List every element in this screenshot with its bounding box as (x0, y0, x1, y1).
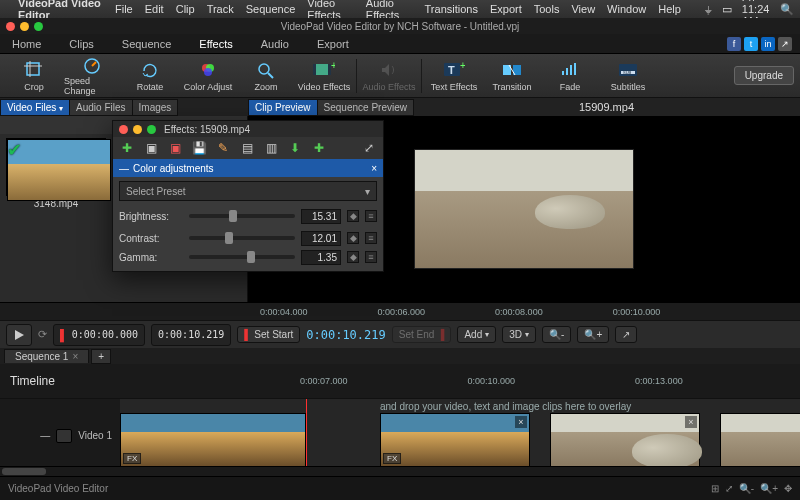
fx-edit-icon[interactable]: ✎ (215, 140, 231, 156)
video-track-lane[interactable]: and drop your video, text and image clip… (120, 399, 800, 472)
zoom-button[interactable]: Zoom (238, 56, 294, 96)
menu-window[interactable]: Window (607, 3, 646, 15)
track-visibility-icon[interactable] (56, 429, 72, 443)
track-collapse-icon[interactable]: — (40, 430, 50, 441)
menu-icon[interactable]: ≡ (365, 251, 377, 263)
menu-view[interactable]: View (571, 3, 595, 15)
timeline-clip-2[interactable]: FX× (380, 413, 530, 467)
menu-clip[interactable]: Clip (176, 3, 195, 15)
fx-section-close-icon[interactable]: × (371, 163, 377, 174)
keyframe-icon[interactable]: ◆ (347, 251, 359, 263)
brightness-value[interactable]: 15.31 (301, 209, 341, 224)
tab-effects[interactable]: Effects (195, 35, 236, 53)
zoom-in-footer-icon[interactable]: 🔍+ (760, 483, 778, 494)
fx-expand-icon[interactable]: ⤢ (361, 140, 377, 156)
tab-clips[interactable]: Clips (65, 35, 97, 53)
play-button[interactable] (6, 324, 32, 346)
bin-tab-video[interactable]: Video Files ▾ (0, 99, 70, 116)
fx-copy-icon[interactable]: ▤ (239, 140, 255, 156)
zoom-window-icon[interactable] (34, 22, 43, 31)
loop-icon[interactable]: ⟳ (38, 328, 47, 341)
zoom-in-icon[interactable]: 🔍+ (577, 326, 609, 343)
twitter-icon[interactable]: t (744, 37, 758, 51)
menu-sequence[interactable]: Sequence (246, 3, 296, 15)
menu-help[interactable]: Help (658, 3, 681, 15)
close-window-icon[interactable] (6, 22, 15, 31)
speed-change-button[interactable]: Speed Change (64, 56, 120, 96)
fx-add-icon[interactable]: ✚ (119, 140, 135, 156)
zoom-out-footer-icon[interactable]: 🔍- (739, 483, 754, 494)
fx-down-icon[interactable]: ⬇ (287, 140, 303, 156)
spotlight-icon[interactable]: 🔍 (780, 3, 794, 16)
set-start-button[interactable]: ▌Set Start (237, 326, 300, 343)
timeline-zoom-scrollbar[interactable] (0, 466, 800, 476)
fx-section-header[interactable]: —Color adjustments × (113, 159, 383, 177)
preview-ruler[interactable]: 0:00:04.000 0:00:06.000 0:00:08.000 0:00… (0, 302, 800, 320)
fx-zoom-icon[interactable] (147, 125, 156, 134)
text-effects-button[interactable]: T+Text Effects (426, 56, 482, 96)
fade-button[interactable]: Fade (542, 56, 598, 96)
battery-icon[interactable]: ▭ (722, 3, 732, 16)
wifi-icon[interactable]: ⏚ (705, 3, 712, 15)
fx-close-icon[interactable] (119, 125, 128, 134)
timeline-clip-3[interactable]: × (550, 413, 700, 467)
rotate-button[interactable]: Rotate (122, 56, 178, 96)
detach-icon[interactable]: ↗ (615, 326, 637, 343)
preview-tab-clip[interactable]: Clip Preview (248, 99, 318, 116)
timeline-clip-4[interactable]: × (720, 413, 800, 467)
color-adjust-button[interactable]: Color Adjust (180, 56, 236, 96)
snap-icon[interactable]: ⊞ (711, 483, 719, 494)
tab-sequence[interactable]: Sequence (118, 35, 176, 53)
sequence-tab-1[interactable]: Sequence 1× (4, 349, 89, 363)
fx-up-icon[interactable]: ✚ (311, 140, 327, 156)
facebook-icon[interactable]: f (727, 37, 741, 51)
tab-audio[interactable]: Audio (257, 35, 293, 53)
menu-edit[interactable]: Edit (145, 3, 164, 15)
share-icon[interactable]: ↗ (778, 37, 792, 51)
settings-icon[interactable]: ✥ (784, 483, 792, 494)
effects-window[interactable]: ✔ Effects: 15909.mp4 ✚ ▣ ▣ 💾 ✎ ▤ ▥ ⬇ ✚ ⤢… (112, 120, 384, 272)
timeline-clip-1[interactable]: FX (120, 413, 306, 467)
subtitles-button[interactable]: SUBSubtitles (600, 56, 656, 96)
crop-button[interactable]: Crop (6, 56, 62, 96)
bin-tab-audio[interactable]: Audio Files (69, 99, 132, 116)
clip-close-icon[interactable]: × (685, 416, 697, 428)
gamma-value[interactable]: 1.35 (301, 250, 341, 265)
keyframe-icon[interactable]: ◆ (347, 210, 359, 222)
contrast-slider[interactable] (189, 236, 295, 240)
zoom-out-icon[interactable]: 🔍- (542, 326, 571, 343)
linkedin-icon[interactable]: in (761, 37, 775, 51)
3d-button[interactable]: 3D ▾ (502, 326, 536, 343)
fx-mask-icon[interactable]: ▣ (143, 140, 159, 156)
add-sequence-button[interactable]: + (91, 349, 111, 364)
fx-minimize-icon[interactable] (133, 125, 142, 134)
fx-paste-icon[interactable]: ▥ (263, 140, 279, 156)
set-end-button[interactable]: Set End▐ (392, 326, 452, 343)
menu-icon[interactable]: ≡ (365, 232, 377, 244)
menu-tools[interactable]: Tools (534, 3, 560, 15)
menu-icon[interactable]: ≡ (365, 210, 377, 222)
bin-tab-images[interactable]: Images (132, 99, 179, 116)
clip-close-icon[interactable]: × (515, 416, 527, 428)
gamma-slider[interactable] (189, 255, 295, 259)
add-clip-button[interactable]: Add ▾ (457, 326, 496, 343)
menu-file[interactable]: File (115, 3, 133, 15)
menu-export[interactable]: Export (490, 3, 522, 15)
zoom-fit-icon[interactable]: ⤢ (725, 483, 733, 494)
video-effects-button[interactable]: +Video Effects (296, 56, 352, 96)
transition-button[interactable]: Transition (484, 56, 540, 96)
brightness-slider[interactable] (189, 214, 295, 218)
contrast-value[interactable]: 12.01 (301, 231, 341, 246)
fx-preset-select[interactable]: Select Preset▾ (119, 181, 377, 201)
menu-transitions[interactable]: Transitions (425, 3, 478, 15)
keyframe-icon[interactable]: ◆ (347, 232, 359, 244)
playhead[interactable] (306, 399, 307, 472)
fx-record-icon[interactable]: ▣ (167, 140, 183, 156)
menu-track[interactable]: Track (207, 3, 234, 15)
upgrade-button[interactable]: Upgrade (734, 66, 794, 85)
tab-home[interactable]: Home (8, 35, 45, 53)
timeline-ruler[interactable]: 0:00:07.000 0:00:10.000 0:00:13.000 0:00… (120, 364, 800, 398)
fx-save-icon[interactable]: 💾 (191, 140, 207, 156)
close-icon[interactable]: × (72, 351, 78, 362)
minimize-window-icon[interactable] (20, 22, 29, 31)
